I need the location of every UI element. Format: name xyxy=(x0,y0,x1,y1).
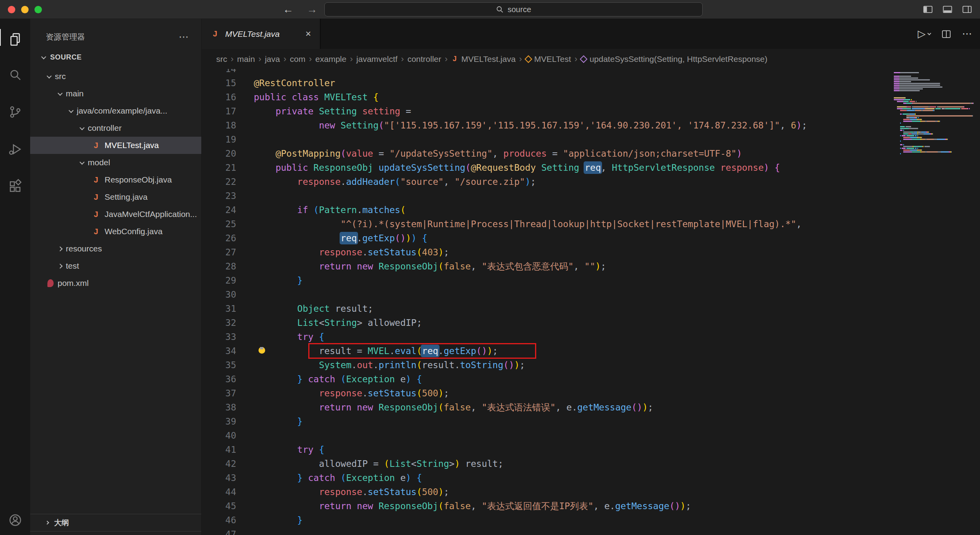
tree-item-controller[interactable]: controller xyxy=(30,119,201,137)
code-line-19[interactable]: 19 xyxy=(202,132,980,146)
breadcrumb-com[interactable]: com xyxy=(290,54,306,64)
code-line-16[interactable]: 16public class MVELTest { xyxy=(202,90,980,104)
line-number[interactable]: 21 xyxy=(202,161,236,175)
tree-item-mveltest-java[interactable]: JMVELTest.java xyxy=(30,137,201,154)
run-java-button[interactable]: ▷ xyxy=(918,28,931,40)
breadcrumb-src[interactable]: src xyxy=(216,54,227,64)
code-line-20[interactable]: 20 @PostMapping(value = "/updateSysSetti… xyxy=(202,146,980,161)
source-control-icon[interactable] xyxy=(0,93,30,130)
code-line-36[interactable]: 36 } catch (Exception e) { xyxy=(202,372,980,386)
code-line-18[interactable]: 18 new Setting("['115.195.167.159','115.… xyxy=(202,118,980,132)
tree-item-resources[interactable]: resources xyxy=(30,240,201,257)
code-line-44[interactable]: 44 response.setStatus(500); xyxy=(202,485,980,499)
line-number[interactable]: 16 xyxy=(202,90,236,104)
explorer-icon[interactable] xyxy=(0,19,30,56)
line-number[interactable]: 18 xyxy=(202,118,236,132)
tab-mveltest-java[interactable]: J MVELTest.java ✕ xyxy=(202,19,320,49)
minimize-window-button[interactable] xyxy=(21,6,29,13)
line-number[interactable]: 25 xyxy=(202,217,236,231)
line-number[interactable]: 17 xyxy=(202,104,236,118)
code-line-35[interactable]: 35 System.out.println(result.toString())… xyxy=(202,358,980,372)
split-editor-icon[interactable] xyxy=(941,29,952,40)
line-number[interactable]: 32 xyxy=(202,316,236,330)
breadcrumb-controller[interactable]: controller xyxy=(407,54,441,64)
code-line-24[interactable]: 24 if (Pattern.matches( xyxy=(202,203,980,217)
line-number[interactable]: 14 xyxy=(202,69,236,76)
search-view-icon[interactable] xyxy=(0,56,30,93)
line-number[interactable]: 46 xyxy=(202,513,236,527)
line-number[interactable]: 40 xyxy=(202,428,236,443)
line-number[interactable]: 34 xyxy=(202,344,236,358)
code-line-25[interactable]: 25 "^(?i).*(system|Runtime|Process|Threa… xyxy=(202,217,980,231)
code-line-38[interactable]: 38 return new ResponseObj(false, "表达式语法错… xyxy=(202,400,980,414)
code-line-43[interactable]: 43 } catch (Exception e) { xyxy=(202,471,980,485)
code-line-31[interactable]: 31 Object result; xyxy=(202,302,980,316)
tree-item-java-com-example-java[interactable]: java/com/example/java... xyxy=(30,102,201,119)
line-number[interactable]: 35 xyxy=(202,358,236,372)
code-line-46[interactable]: 46 } xyxy=(202,513,980,527)
line-number[interactable]: 20 xyxy=(202,146,236,161)
line-number[interactable]: 38 xyxy=(202,400,236,414)
tree-item-model[interactable]: model xyxy=(30,154,201,171)
line-number[interactable]: 26 xyxy=(202,231,236,245)
breadcrumb-main[interactable]: main xyxy=(237,54,255,64)
line-number[interactable]: 29 xyxy=(202,273,236,287)
tree-item-main[interactable]: main xyxy=(30,85,201,102)
code-line-41[interactable]: 41 try { xyxy=(202,443,980,457)
outline-panel-header[interactable]: 大纲 xyxy=(30,514,202,531)
code-line-37[interactable]: 37 response.setStatus(500); xyxy=(202,386,980,400)
line-number[interactable]: 15 xyxy=(202,76,236,90)
code-line-47[interactable]: 47 xyxy=(202,527,980,535)
toggle-secondary-sidebar-icon[interactable] xyxy=(961,4,973,15)
code-line-21[interactable]: 21 public ResponseObj updateSysSetting(@… xyxy=(202,161,980,175)
run-debug-icon[interactable] xyxy=(0,130,30,168)
line-number[interactable]: 33 xyxy=(202,330,236,344)
line-number[interactable]: 39 xyxy=(202,414,236,428)
code-line-30[interactable]: 30 xyxy=(202,287,980,302)
timeline-panel-header[interactable]: 时间线 xyxy=(30,531,202,535)
tree-item-setting-java[interactable]: JSetting.java xyxy=(30,188,201,206)
code-line-23[interactable]: 23 xyxy=(202,189,980,203)
code-line-40[interactable]: 40 xyxy=(202,428,980,443)
navigate-forward-icon[interactable]: → xyxy=(307,4,317,16)
tree-item-javamvelctfapplication[interactable]: JJavaMvelCtfApplication... xyxy=(30,206,201,223)
code-line-28[interactable]: 28 return new ResponseObj(false, "表达式包含恶… xyxy=(202,259,980,273)
tree-item-pom-xml[interactable]: pom.xml xyxy=(30,275,201,292)
code-editor[interactable]: 1415@RestController16public class MVELTe… xyxy=(202,69,980,535)
breadcrumb-updatesyssetting-setting-httpservletresponse[interactable]: updateSysSetting(Setting, HttpServletRes… xyxy=(581,54,767,64)
line-number[interactable]: 44 xyxy=(202,485,236,499)
code-line-29[interactable]: 29 } xyxy=(202,273,980,287)
code-line-15[interactable]: 15@RestController xyxy=(202,76,980,90)
line-number[interactable]: 22 xyxy=(202,175,236,189)
line-number[interactable]: 37 xyxy=(202,386,236,400)
breadcrumb-java[interactable]: java xyxy=(265,54,280,64)
code-line-14[interactable]: 14 xyxy=(202,69,980,76)
breadcrumb-example[interactable]: example xyxy=(315,54,346,64)
line-number[interactable]: 31 xyxy=(202,302,236,316)
code-line-22[interactable]: 22 response.addHeader("source", "/source… xyxy=(202,175,980,189)
tree-item-responseobj-java[interactable]: JResponseObj.java xyxy=(30,171,201,188)
breadcrumb-mveltest[interactable]: MVELTest xyxy=(526,54,571,64)
line-number[interactable]: 42 xyxy=(202,457,236,471)
line-number[interactable]: 43 xyxy=(202,471,236,485)
breadcrumb-javamvelctf[interactable]: javamvelctf xyxy=(356,54,398,64)
account-icon[interactable] xyxy=(0,504,30,532)
line-number[interactable]: 36 xyxy=(202,372,236,386)
tree-item-webconfig-java[interactable]: JWebConfig.java xyxy=(30,223,201,240)
line-number[interactable]: 23 xyxy=(202,189,236,203)
code-line-17[interactable]: 17 private Setting setting = xyxy=(202,104,980,118)
line-number[interactable]: 45 xyxy=(202,499,236,513)
command-center-search[interactable]: source xyxy=(324,2,703,16)
navigate-back-icon[interactable]: ← xyxy=(283,4,293,16)
line-number[interactable]: 41 xyxy=(202,443,236,457)
breadcrumb-mveltest-java[interactable]: JMVELTest.java xyxy=(451,54,516,64)
code-line-27[interactable]: 27 response.setStatus(403); xyxy=(202,245,980,259)
code-line-42[interactable]: 42 allowedIP = (List<String>) result; xyxy=(202,457,980,471)
toggle-panel-icon[interactable] xyxy=(942,4,953,15)
more-actions-icon[interactable]: ⋯ xyxy=(179,31,190,43)
code-line-32[interactable]: 32 List<String> allowedIP; xyxy=(202,316,980,330)
code-line-26[interactable]: 26 req.getExp())) { xyxy=(202,231,980,245)
lightbulb-icon[interactable] xyxy=(257,347,266,357)
editor-more-actions-icon[interactable]: ⋯ xyxy=(962,28,973,40)
zoom-window-button[interactable] xyxy=(34,6,42,13)
